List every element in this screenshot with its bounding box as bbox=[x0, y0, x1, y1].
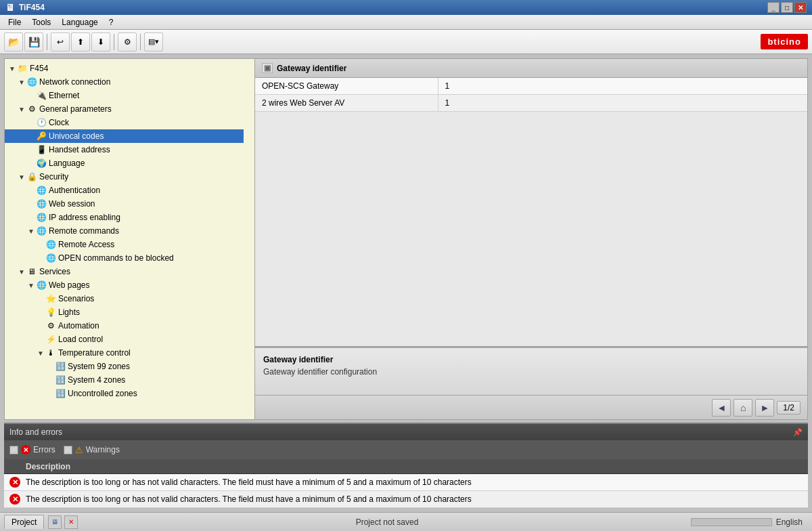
gateway-collapse-icon[interactable]: ▣ bbox=[262, 63, 273, 73]
settings-btn[interactable]: ⚙ bbox=[118, 33, 137, 51]
gateway-info: Gateway identifier Gateway identifier co… bbox=[255, 347, 807, 395]
icon-sys4: 🔢 bbox=[55, 375, 66, 385]
project-tab[interactable]: Project bbox=[4, 515, 44, 529]
label-network: Network connection bbox=[39, 77, 110, 87]
tree-node-sys4[interactable]: 🔢 System 4 zones bbox=[5, 373, 244, 387]
expand-ethernet[interactable] bbox=[26, 91, 36, 100]
tree-node-automation[interactable]: ⚙ Automation bbox=[5, 319, 244, 333]
expand-webpages[interactable]: ▼ bbox=[26, 280, 36, 290]
icon-lang: 🌍 bbox=[36, 158, 47, 169]
gateway-section-title: Gateway identifier bbox=[277, 64, 346, 73]
status-text: Project not saved bbox=[87, 517, 686, 527]
expand-sys4[interactable] bbox=[45, 375, 55, 385]
gateway-row2-value[interactable]: 1 bbox=[438, 95, 807, 112]
tree-node-security[interactable]: ▼ 🔒 Security bbox=[5, 170, 244, 184]
tree-node-remoteaccess[interactable]: 🌐 Remote Access bbox=[5, 238, 244, 251]
error-icon-1: ✕ bbox=[9, 477, 20, 488]
error-text-2: The description is too long or has not v… bbox=[26, 494, 472, 504]
tree-node-remote[interactable]: ▼ 🌐 Remote commands bbox=[5, 224, 244, 238]
icon-automation: ⚙ bbox=[45, 320, 56, 331]
prev-btn[interactable]: ◄ bbox=[712, 399, 731, 417]
expand-general[interactable]: ▼ bbox=[17, 104, 26, 114]
expand-services[interactable]: ▼ bbox=[17, 267, 26, 276]
minimize-btn[interactable]: _ bbox=[767, 2, 780, 13]
errors-checkbox[interactable]: ✓ bbox=[9, 446, 18, 454]
expand-scenarios[interactable] bbox=[36, 294, 45, 303]
status-icon-2[interactable]: ✕ bbox=[64, 515, 78, 529]
label-automation: Automation bbox=[58, 321, 99, 331]
options-btn[interactable]: ▤▾ bbox=[144, 33, 163, 51]
tree-node-ethernet[interactable]: 🔌 Ethernet bbox=[5, 89, 244, 102]
tree-node-lights[interactable]: 💡 Lights bbox=[5, 305, 244, 319]
expand-uncontrolled[interactable] bbox=[45, 389, 55, 398]
expand-ipaddress[interactable] bbox=[26, 213, 36, 222]
tree-node-temperature[interactable]: ▼ 🌡 Temperature control bbox=[5, 346, 244, 360]
expand-handset[interactable] bbox=[26, 145, 36, 154]
tree-node-webpages[interactable]: ▼ 🌐 Web pages bbox=[5, 278, 244, 292]
toolbar: 📂 💾 ↩ ⬆ ⬇ ⚙ ▤▾ bticino bbox=[0, 30, 812, 54]
save-disk-btn[interactable]: 💾 bbox=[24, 33, 43, 51]
warnings-filter[interactable]: ✓ ⚠ Warnings bbox=[64, 445, 120, 455]
info-panel-header: Info and errors 📌 bbox=[4, 424, 808, 440]
next-btn[interactable]: ► bbox=[755, 399, 774, 417]
menu-help[interactable]: ? bbox=[104, 16, 119, 28]
expand-sys99[interactable] bbox=[45, 362, 55, 371]
tree-node-loadcontrol[interactable]: ⚡ Load control bbox=[5, 333, 244, 346]
open-folder-btn[interactable]: 📂 bbox=[4, 33, 23, 51]
tree-node-general[interactable]: ▼ ⚙ General parameters bbox=[5, 102, 244, 116]
tree-node-f454[interactable]: ▼ 📁 F454 bbox=[5, 62, 244, 75]
tree-node-univocal[interactable]: 🔑 Univocal codes bbox=[5, 129, 244, 143]
status-icon-1[interactable]: 🖥 bbox=[48, 515, 62, 529]
expand-remote[interactable]: ▼ bbox=[26, 226, 36, 236]
tree-node-services[interactable]: ▼ 🖥 Services bbox=[5, 265, 244, 278]
expand-lang[interactable] bbox=[26, 158, 36, 168]
gateway-row1-value[interactable]: 1 bbox=[438, 78, 807, 95]
label-loadcontrol: Load control bbox=[58, 335, 103, 344]
tree-node-lang[interactable]: 🌍 Language bbox=[5, 156, 244, 170]
expand-security[interactable]: ▼ bbox=[17, 172, 26, 182]
info-panel-title: Info and errors bbox=[9, 427, 62, 437]
expand-clock[interactable] bbox=[26, 118, 36, 127]
icon-webpages: 🌐 bbox=[36, 280, 47, 291]
tree-node-auth[interactable]: 🌐 Authentication bbox=[5, 184, 244, 197]
warnings-checkbox[interactable]: ✓ bbox=[64, 446, 72, 454]
tree-node-clock[interactable]: 🕐 Clock bbox=[5, 116, 244, 129]
download-btn[interactable]: ⬇ bbox=[91, 33, 110, 51]
menu-file[interactable]: File bbox=[3, 16, 26, 28]
tree-node-ipaddress[interactable]: 🌐 IP address enabling bbox=[5, 211, 244, 224]
icon-clock: 🕐 bbox=[36, 117, 47, 128]
upload-btn[interactable]: ⬆ bbox=[71, 33, 90, 51]
tree-node-sys99[interactable]: 🔢 System 99 zones bbox=[5, 360, 244, 373]
expand-lights[interactable] bbox=[36, 307, 45, 317]
expand-auth[interactable] bbox=[26, 186, 36, 195]
undo-btn[interactable]: ↩ bbox=[51, 33, 70, 51]
tree-node-network[interactable]: ▼ 🌐 Network connection bbox=[5, 75, 244, 89]
tree-node-websession[interactable]: 🌐 Web session bbox=[5, 197, 244, 211]
errors-filter[interactable]: ✓ ✕ Errors bbox=[9, 445, 55, 454]
expand-f454[interactable]: ▼ bbox=[7, 64, 17, 73]
nav-bar: ◄ ⌂ ► 1/2 bbox=[255, 395, 807, 419]
expand-network[interactable]: ▼ bbox=[17, 77, 26, 87]
expand-automation[interactable] bbox=[36, 321, 45, 331]
pin-icon[interactable]: 📌 bbox=[793, 428, 803, 437]
expand-univocal[interactable] bbox=[26, 131, 36, 141]
tree-node-uncontrolled[interactable]: 🔢 Uncontrolled zones bbox=[5, 387, 244, 400]
expand-opencommands[interactable] bbox=[36, 253, 45, 263]
maximize-btn[interactable]: □ bbox=[781, 2, 793, 13]
tree-node-opencommands[interactable]: 🌐 OPEN commands to be blocked bbox=[5, 251, 244, 265]
expand-remoteaccess[interactable] bbox=[36, 240, 45, 249]
error-icon-2: ✕ bbox=[9, 494, 20, 505]
menu-tools[interactable]: Tools bbox=[26, 16, 56, 28]
expand-websession[interactable] bbox=[26, 199, 36, 209]
expand-temperature[interactable]: ▼ bbox=[36, 348, 45, 358]
label-auth: Authentication bbox=[49, 186, 100, 195]
close-btn[interactable]: ✕ bbox=[794, 2, 807, 13]
tree-node-scenarios[interactable]: ⭐ Scenarios bbox=[5, 292, 244, 305]
app-icon: 🖥 bbox=[5, 2, 15, 13]
home-btn[interactable]: ⌂ bbox=[734, 399, 752, 417]
toolbar-sep2 bbox=[114, 34, 114, 50]
icon-general: ⚙ bbox=[26, 104, 37, 114]
expand-loadcontrol[interactable] bbox=[36, 335, 45, 344]
menu-language[interactable]: Language bbox=[56, 16, 103, 28]
tree-node-handset[interactable]: 📱 Handset address bbox=[5, 143, 244, 156]
